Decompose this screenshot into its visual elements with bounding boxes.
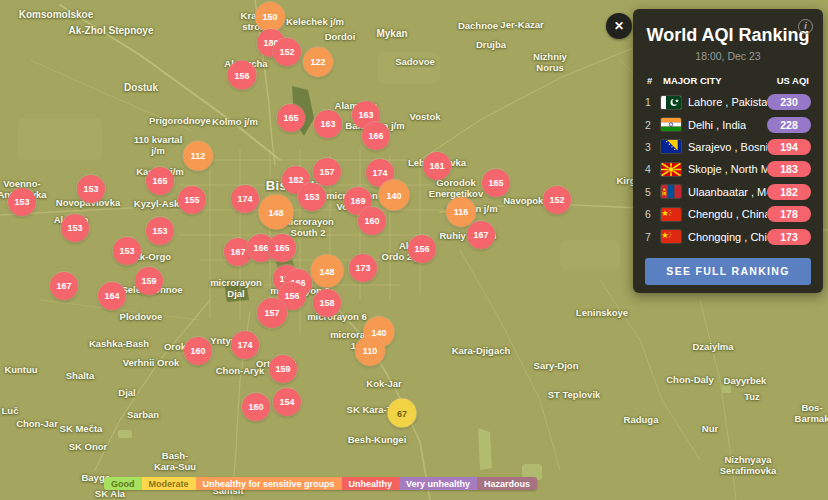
aqi-badge: 183	[767, 161, 811, 177]
map-place-label: Sarban	[127, 409, 159, 420]
aqi-marker[interactable]: 153	[146, 217, 174, 245]
map-place-label: Nizhnyaya Serafimovka	[720, 454, 777, 476]
aqi-marker[interactable]: 148	[311, 255, 344, 288]
aqi-marker[interactable]: 159	[135, 267, 163, 295]
map-place-label: Verhnii Orok	[123, 357, 180, 368]
aqi-marker[interactable]: 156	[228, 61, 257, 90]
see-full-ranking-button[interactable]: SEE FULL RANKING	[645, 258, 811, 285]
aqi-badge: 178	[767, 206, 811, 222]
rank-number: 3	[645, 141, 661, 153]
aqi-marker[interactable]: 153	[77, 175, 105, 203]
flag-mongolia-icon	[661, 185, 681, 198]
aqi-badge: 173	[767, 229, 811, 245]
flag-pakistan-icon	[661, 96, 681, 109]
map-place-label: Dayyrbek	[724, 375, 767, 386]
ranking-row[interactable]: 6Chengdu , China178	[645, 203, 811, 225]
aqi-legend: GoodModerateUnhealthy for sensitive grou…	[104, 477, 537, 490]
aqi-marker[interactable]: 110	[355, 336, 385, 366]
aqi-marker[interactable]: 166	[362, 122, 390, 150]
map-place-label: Gorodok Energetikov	[429, 177, 483, 199]
aqi-marker[interactable]: 148	[259, 195, 294, 230]
map-place-label: Dzaiylma	[692, 341, 733, 352]
flag-bosnia-icon	[661, 140, 681, 153]
aqi-marker[interactable]: 174	[231, 331, 259, 359]
aqi-marker[interactable]: 163	[314, 110, 342, 138]
aqi-marker[interactable]: 174	[231, 185, 259, 213]
aqi-marker[interactable]: 173	[349, 254, 377, 282]
aqi-marker[interactable]: 152	[273, 38, 301, 66]
aqi-marker[interactable]: 160	[358, 207, 386, 235]
map-place-label: Kelechek j/m	[286, 16, 344, 27]
map-place-label: Nizhniy Norus	[533, 51, 567, 73]
ranking-row[interactable]: 1Lahore , Pakistan230	[645, 91, 811, 113]
aqi-marker[interactable]: 164	[98, 282, 126, 310]
ranking-header-row: # MAJOR CITY US AQI	[647, 75, 809, 86]
ranking-row[interactable]: 3Sarajevo , Bosnia ...194	[645, 136, 811, 158]
aqi-marker[interactable]: 140	[379, 180, 410, 211]
aqi-marker[interactable]: 161	[423, 152, 451, 180]
aqi-marker[interactable]: 122	[303, 47, 333, 77]
aqi-marker[interactable]: 165	[146, 167, 174, 195]
aqi-marker[interactable]: 156	[408, 235, 436, 263]
aqi-marker[interactable]: 165	[482, 169, 510, 197]
aqi-marker[interactable]: 153	[61, 214, 89, 242]
rank-number: 1	[645, 96, 661, 108]
aqi-marker[interactable]: 158	[313, 289, 341, 317]
map-place-label: ST Teplovik	[548, 389, 601, 400]
aqi-marker[interactable]: 160	[242, 393, 270, 421]
aqi-marker[interactable]: 152	[543, 186, 571, 214]
aqi-marker[interactable]: 67	[388, 399, 417, 428]
map-place-label: Djal	[118, 387, 135, 398]
info-icon[interactable]: i	[798, 19, 813, 34]
aqi-marker[interactable]: 157	[313, 158, 341, 186]
map-place-label: Shalta	[66, 370, 95, 381]
map-place-label: Jer-Kazar	[500, 19, 543, 30]
map-place-label: 110 kvartal j/m	[134, 134, 183, 156]
aqi-badge: 228	[767, 117, 811, 133]
map-place-label: Kashka-Bash	[89, 338, 149, 349]
aqi-marker[interactable]: 153	[298, 183, 326, 211]
map-place-label: Plodovoe	[120, 311, 163, 322]
legend-item: Unhealthy	[342, 477, 400, 490]
legend-item: Good	[104, 477, 142, 490]
map-place-label: Sary-Djon	[534, 360, 579, 371]
map-place-label: Bos-Barmak	[795, 402, 828, 424]
aqi-marker[interactable]: 157	[257, 298, 287, 328]
map-place-label: Leninskoye	[576, 307, 628, 318]
aqi-badge: 230	[767, 94, 811, 110]
map-place-label: Kuntuu	[4, 364, 37, 375]
flag-india-icon	[661, 118, 681, 131]
aqi-marker[interactable]: 153	[113, 237, 141, 265]
aqi-marker[interactable]: 165	[277, 104, 305, 132]
map-place-label: Luč	[2, 405, 19, 416]
aqi-marker[interactable]: 160	[184, 337, 212, 365]
aqi-marker[interactable]: 112	[183, 141, 213, 171]
map-place-label: Komsomolskoe	[19, 9, 93, 21]
aqi-marker[interactable]: 150	[255, 2, 285, 32]
rank-number: 6	[645, 208, 661, 220]
ranking-row[interactable]: 7Chongqing , China173	[645, 225, 811, 247]
city-name: Chongqing , China	[688, 231, 767, 243]
map-place-label: Chon-Jar	[16, 418, 58, 429]
ranking-row[interactable]: 2Delhi , India228	[645, 113, 811, 135]
aqi-marker[interactable]: 153	[8, 188, 36, 216]
map-place-label: Dordoi	[325, 31, 356, 42]
aqi-marker[interactable]: 167	[467, 221, 495, 249]
flag-china-icon	[661, 230, 681, 243]
aqi-badge: 194	[767, 139, 811, 155]
panel-timestamp: 18:00, Dec 23	[633, 50, 823, 62]
map-place-label: Kolmo j/m	[212, 116, 258, 127]
rank-number: 4	[645, 163, 661, 175]
aqi-marker[interactable]: 116	[446, 197, 476, 227]
aqi-marker[interactable]: 155	[178, 186, 206, 214]
aqi-marker[interactable]: 154	[273, 388, 301, 416]
aqi-marker[interactable]: 159	[269, 355, 297, 383]
ranking-row[interactable]: 5Ulaanbaatar , Mo...182	[645, 181, 811, 203]
aqi-marker[interactable]: 167	[50, 272, 78, 300]
legend-item: Hazardous	[477, 477, 537, 490]
close-panel-button[interactable]: ✕	[606, 13, 632, 39]
aqi-marker[interactable]: 165	[268, 234, 296, 262]
ranking-row[interactable]: 4Skopje , North Ma...183	[645, 158, 811, 180]
column-city: MAJOR CITY	[663, 75, 777, 86]
map-place-label: Sadovoe	[395, 56, 435, 67]
